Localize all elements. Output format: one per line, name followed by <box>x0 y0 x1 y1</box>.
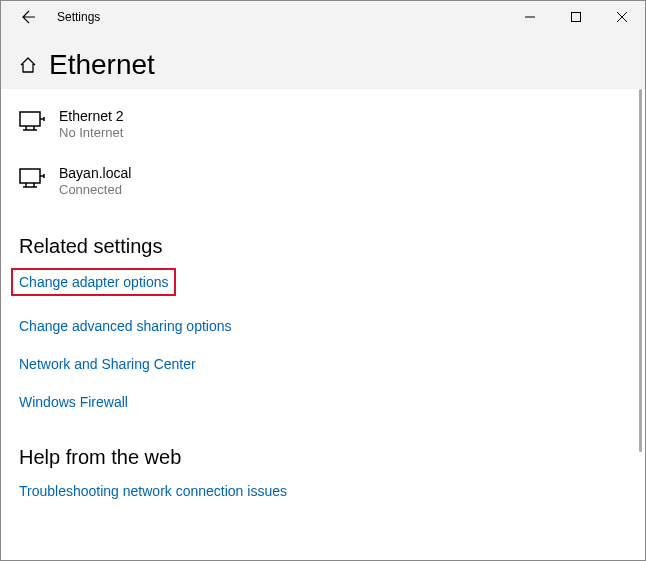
page-header: Ethernet <box>1 33 645 89</box>
minimize-button[interactable] <box>507 1 553 33</box>
related-settings-heading: Related settings <box>19 235 627 258</box>
network-item[interactable]: Bayan.local Connected <box>19 164 627 199</box>
ethernet-icon <box>19 109 45 135</box>
close-button[interactable] <box>599 1 645 33</box>
back-button[interactable] <box>9 1 49 33</box>
svg-rect-0 <box>572 13 581 22</box>
maximize-icon <box>571 12 581 22</box>
minimize-icon <box>525 12 535 22</box>
troubleshoot-network-link[interactable]: Troubleshooting network connection issue… <box>19 483 287 499</box>
window-controls <box>507 1 645 33</box>
network-status: Connected <box>59 182 131 199</box>
window-title: Settings <box>57 10 100 24</box>
help-heading: Help from the web <box>19 446 627 469</box>
network-sharing-center-link[interactable]: Network and Sharing Center <box>19 356 196 372</box>
ethernet-icon <box>19 166 45 192</box>
windows-firewall-link[interactable]: Windows Firewall <box>19 394 128 410</box>
network-item[interactable]: Ethernet 2 No Internet <box>19 107 627 142</box>
content-scroll[interactable]: Ethernet 2 No Internet Bayan.local Conne… <box>1 89 645 554</box>
change-advanced-sharing-link[interactable]: Change advanced sharing options <box>19 318 232 334</box>
scrollbar-thumb[interactable] <box>639 89 642 452</box>
svg-rect-1 <box>20 112 40 126</box>
home-icon[interactable] <box>19 56 37 74</box>
page-title: Ethernet <box>49 49 155 81</box>
network-name: Bayan.local <box>59 164 131 182</box>
titlebar: Settings <box>1 1 645 33</box>
network-name: Ethernet 2 <box>59 107 124 125</box>
maximize-button[interactable] <box>553 1 599 33</box>
close-icon <box>617 12 627 22</box>
svg-rect-2 <box>20 169 40 183</box>
content: Ethernet 2 No Internet Bayan.local Conne… <box>1 89 645 539</box>
arrow-left-icon <box>21 9 37 25</box>
scrollbar[interactable] <box>636 89 642 554</box>
network-status: No Internet <box>59 125 124 142</box>
change-adapter-options-link[interactable]: Change adapter options <box>11 268 176 296</box>
